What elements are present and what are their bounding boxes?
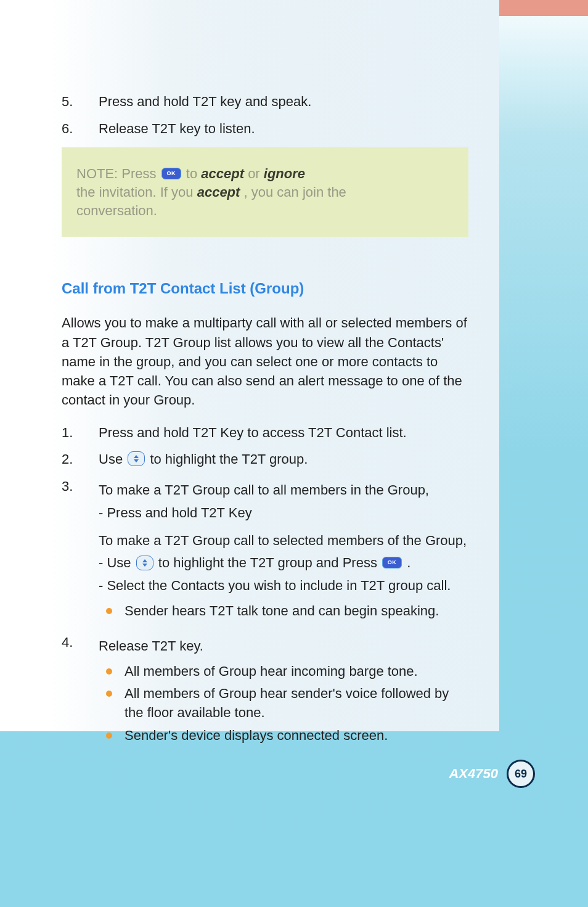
step-line: - Use to highlight the T2T group and Pre… (99, 554, 468, 573)
up-down-icon (136, 556, 153, 570)
corner-tab (499, 0, 588, 16)
step-6: 6. Release T2T key to listen. (62, 120, 468, 138)
step-3-bullets: Sender hears T2T talk tone and can begin… (99, 602, 468, 621)
step-text: Press and hold T2T Key to access T2T Con… (99, 424, 468, 442)
step-text: - Use (99, 555, 135, 570)
step-text: Press and hold T2T key and speak. (99, 92, 468, 111)
bullet-item: Sender's device displays connected scree… (99, 726, 468, 745)
page-content: 5. Press and hold T2T key and speak. 6. … (0, 0, 499, 731)
step-number: 3. (62, 477, 99, 496)
step-4-bullets: All members of Group hear incoming barge… (99, 662, 468, 745)
note-emphasis-accept: accept (197, 184, 240, 200)
step-text: Use (99, 451, 126, 467)
note-text: NOTE: Press (76, 166, 160, 181)
step-text: - Select the Contacts you wish to includ… (99, 577, 468, 596)
step-body: Use to highlight the T2T group. (99, 450, 468, 469)
step-number: 2. (62, 450, 99, 469)
step-body: To make a T2T Group call to all members … (99, 477, 468, 625)
note-emphasis-accept: accept (201, 166, 244, 181)
note-text: the invitation. If you (76, 184, 197, 200)
page-number: 69 (507, 760, 535, 788)
note-text: , you can join the (244, 184, 346, 200)
section-heading: Call from T2T Contact List (Group) (62, 280, 468, 297)
step-1: 1. Press and hold T2T Key to access T2T … (62, 424, 468, 442)
step-text: to highlight the T2T group. (150, 451, 308, 467)
step-text: To make a T2T Group call to all members … (99, 481, 468, 500)
group-steps-list: 1. Press and hold T2T Key to access T2T … (62, 424, 468, 749)
step-text: To make a T2T Group call to selected mem… (99, 531, 468, 551)
step-2: 2. Use to highlight the T2T group. (62, 450, 468, 469)
step-number: 1. (62, 424, 99, 442)
step-4: 4. Release T2T key. All members of Group… (62, 633, 468, 749)
step-text: . (407, 555, 410, 570)
step-number: 5. (62, 92, 99, 111)
note-line-1: NOTE: Press OK to accept or ignore (76, 165, 447, 183)
step-5: 5. Press and hold T2T key and speak. (62, 92, 468, 111)
intro-paragraph: Allows you to make a multiparty call wit… (62, 313, 468, 409)
ok-icon: OK (382, 557, 402, 568)
bullet-item: Sender hears T2T talk tone and can begin… (99, 602, 468, 621)
note-box: NOTE: Press OK to accept or ignore the i… (62, 147, 468, 237)
step-text: Release T2T key to listen. (99, 120, 468, 138)
bullet-item: All members of Group hear sender's voice… (99, 684, 468, 723)
top-steps-list: 5. Press and hold T2T key and speak. 6. … (62, 92, 468, 137)
step-text: - Press and hold T2T Key (99, 504, 468, 523)
step-number: 4. (62, 633, 99, 652)
up-down-icon (128, 451, 145, 466)
page-background: 5. Press and hold T2T key and speak. 6. … (0, 0, 588, 907)
step-3: 3. To make a T2T Group call to all membe… (62, 477, 468, 625)
step-body: Release T2T key. All members of Group he… (99, 633, 468, 749)
note-line-2: the invitation. If you accept , you can … (76, 183, 447, 202)
ok-icon: OK (161, 168, 181, 179)
step-text: Release T2T key. (99, 637, 468, 656)
note-text: or (248, 166, 264, 181)
note-line-3: conversation. (76, 202, 447, 220)
step-number: 6. (62, 120, 99, 138)
note-text: to (186, 166, 201, 181)
step-text: to highlight the T2T group and Press (158, 555, 381, 570)
model-label: AX4750 (449, 766, 498, 782)
note-emphasis-ignore: ignore (264, 166, 305, 181)
bullet-item: All members of Group hear incoming barge… (99, 662, 468, 681)
footer: AX4750 69 (449, 760, 535, 788)
